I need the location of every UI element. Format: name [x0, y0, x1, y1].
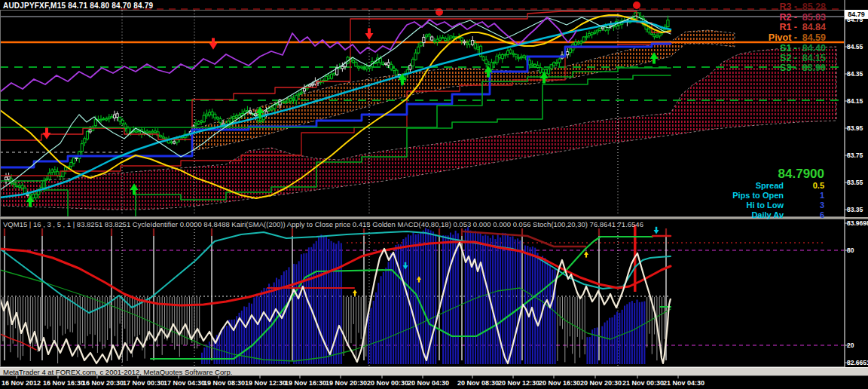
- time-axis-label[interactable]: 19 Nov 16:30: [285, 379, 326, 387]
- info-row-label: Spread: [0, 181, 784, 190]
- time-axis-label[interactable]: 20 Nov 04:30: [408, 379, 449, 387]
- price-scale-label: 83.95: [847, 124, 863, 132]
- pivot-level-value: 83.90: [799, 63, 826, 73]
- info-row-value: 6: [784, 210, 824, 219]
- time-axis-label[interactable]: 19 Nov 08:30: [203, 379, 245, 387]
- pivot-level-name: R2 -: [0, 12, 797, 23]
- time-axis-label[interactable]: 21 Nov 00:30: [622, 379, 664, 387]
- pivot-level-name: R3 -: [0, 2, 797, 12]
- down-arrow: [654, 227, 659, 234]
- time-axis-label[interactable]: 20 Nov 08:30: [457, 379, 499, 387]
- time-axis-label[interactable]: 19 Nov 12:30: [245, 379, 286, 387]
- pivot-level-value: 84.40: [799, 43, 826, 54]
- pivot-level-value: 84.84: [799, 22, 826, 32]
- current-price-display: 84.7900: [678, 167, 824, 182]
- pivot-level-value: 84.15: [799, 53, 826, 63]
- time-axis-label[interactable]: 20 Nov 12:30: [498, 379, 539, 387]
- time-axis-label[interactable]: 20 Nov 20:30: [580, 379, 622, 387]
- up-arrow: [353, 289, 357, 296]
- up-arrow: [584, 251, 588, 257]
- price-scale-label: 84.55: [847, 43, 863, 51]
- time-axis-label[interactable]: 19 Nov 20:30: [326, 379, 367, 387]
- lower-indicator-plot: [0, 223, 844, 366]
- indicator-scale-label: 20: [847, 342, 854, 349]
- time-axis-label[interactable]: 16 Nov 16:30: [43, 379, 84, 387]
- pivot-level-name: S3 -: [0, 63, 797, 73]
- pivot-level-name: R1 -: [0, 22, 797, 32]
- pivot-level-name: S2 -: [0, 53, 797, 63]
- info-row-value: 3: [784, 201, 824, 210]
- status-bar: MetaTrader 4 at FOREX.com, c 2001-2012, …: [0, 367, 868, 375]
- time-axis-label[interactable]: 17 Nov 04:30: [164, 379, 205, 387]
- price-scale-label: 84.35: [847, 70, 863, 78]
- info-row-value: 0.5: [784, 181, 824, 190]
- time-axis-label[interactable]: 16 Nov 20:30: [82, 379, 124, 387]
- pivot-level-value: 84.59: [799, 32, 826, 43]
- pivot-level-name: S1 -: [0, 43, 797, 54]
- indicator-scale-label: 83.9698: [847, 219, 868, 227]
- mt4-window: AUDJPYFXF,M15 84.71 84.80 84.70 84.79 R3…: [0, 0, 868, 389]
- info-row-label: Daily Av: [0, 210, 784, 219]
- price-scale-label: 83.35: [847, 206, 863, 213]
- indicator-scale-label: 82.6651: [847, 359, 868, 366]
- macd-red: [0, 242, 671, 305]
- pivot-level-name: Pivot -: [0, 32, 797, 43]
- indicator-header: VQM15 | 16 , 3 , 5 , 1 | 83.8251 83.8251…: [3, 220, 643, 228]
- pivot-level-value: 85.03: [799, 12, 826, 23]
- down-arrow: [43, 127, 51, 139]
- time-axis-label[interactable]: 20 Nov 16:30: [539, 379, 580, 387]
- current-price-tag: 84.79: [845, 10, 868, 19]
- info-row-label: Pips to Open: [0, 191, 784, 200]
- time-axis-label[interactable]: 21 Nov 04:30: [663, 379, 704, 387]
- time-axis-label[interactable]: 20 Nov 00:30: [367, 379, 408, 387]
- time-axis-label[interactable]: 16 Nov 2012: [2, 379, 41, 387]
- pivot-level-value: 85.28: [799, 2, 826, 12]
- price-scale-label: 83.75: [847, 152, 863, 159]
- info-row-label: Hi to Low: [0, 201, 784, 210]
- indicator-scale-label: 80: [847, 247, 854, 254]
- info-row-value: 1: [784, 191, 824, 200]
- price-scale-label: 84.15: [847, 97, 863, 105]
- time-axis-label[interactable]: 17 Nov 00:30: [123, 379, 164, 387]
- price-scale-label: 83.55: [847, 179, 863, 186]
